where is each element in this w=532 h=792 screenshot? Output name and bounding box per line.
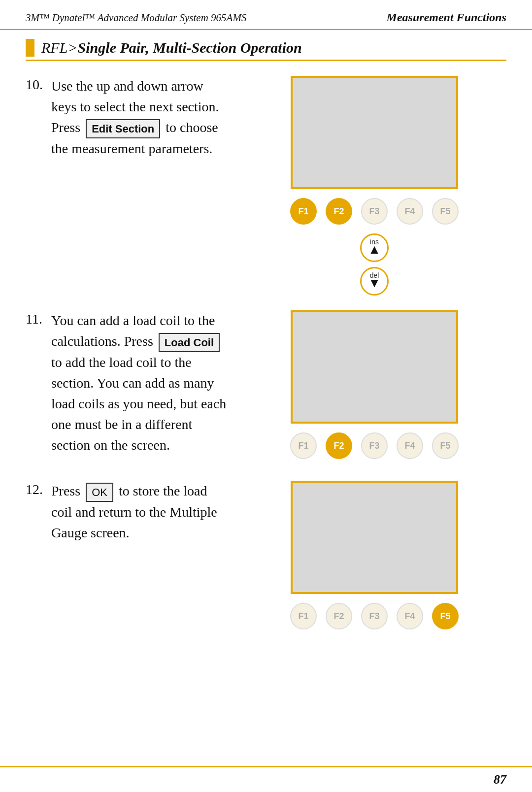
step-11-right: F1 F2 F3 F4 F5 <box>242 310 506 466</box>
ok-button[interactable]: OK <box>86 483 113 502</box>
fn-btn-f5-10: F5 <box>432 198 459 225</box>
section-title: RFL>Single Pair, Multi-Section Operation <box>41 39 302 56</box>
header-section: Measurement Functions <box>387 11 506 24</box>
fn-btn-f5-11: F5 <box>432 432 459 459</box>
section-title-bar <box>26 39 34 57</box>
header-product: 3M™ Dynatel™ Advanced Modular System 965… <box>26 12 246 24</box>
fn-btn-f3-10: F3 <box>361 198 388 225</box>
step-12-number: 12. <box>26 481 51 543</box>
edit-section-button[interactable]: Edit Section <box>86 119 160 138</box>
nav-btn-ins[interactable]: ins ▲ <box>360 233 389 262</box>
step-11-left: 11. You can add a load coil to the calcu… <box>26 310 242 456</box>
step-11-text-after: to add the load coil to the section. You… <box>51 355 226 453</box>
step-12-right: F1 F2 F3 F4 F5 <box>242 481 506 636</box>
fn-btn-f1-12: F1 <box>290 603 317 629</box>
fn-btn-f3-12: F3 <box>361 603 388 629</box>
step-12-row: 12. Press OK to store the load coil and … <box>26 481 231 543</box>
step-12-body: Press OK to store the load coil and retu… <box>51 481 231 543</box>
page-wrapper: 3M™ Dynatel™ Advanced Modular System 965… <box>0 0 532 792</box>
fn-btn-f2-10[interactable]: F2 <box>326 198 352 225</box>
fn-buttons-11: F1 F2 F3 F4 F5 <box>290 432 459 459</box>
fn-btn-f5-12[interactable]: F5 <box>432 603 459 629</box>
main-content: 10. Use the up and down arrow keys to se… <box>0 61 532 636</box>
step-12-block: 12. Press OK to store the load coil and … <box>26 481 506 636</box>
step-10-left: 10. Use the up and down arrow keys to se… <box>26 76 242 159</box>
nav-buttons-10: ins ▲ del ▼ <box>360 233 389 296</box>
step-12-left: 12. Press OK to store the load coil and … <box>26 481 242 543</box>
page-header: 3M™ Dynatel™ Advanced Modular System 965… <box>0 0 532 30</box>
fn-btn-f1-11: F1 <box>290 432 317 459</box>
step-10-right: F1 F2 F3 F4 F5 ins ▲ del ▼ <box>242 76 506 296</box>
fn-buttons-10: F1 F2 F3 F4 F5 <box>290 198 459 225</box>
screen-mockup-12 <box>291 481 458 594</box>
nav-btn-del-label: del <box>370 271 379 279</box>
fn-btn-f4-11: F4 <box>397 432 423 459</box>
step-10-body: Use the up and down arrow keys to select… <box>51 76 231 159</box>
page-footer: 87 <box>0 766 532 792</box>
step-10-block: 10. Use the up and down arrow keys to se… <box>26 76 506 296</box>
step-11-number: 11. <box>26 310 51 456</box>
step-10-number: 10. <box>26 76 51 159</box>
step-11-block: 11. You can add a load coil to the calcu… <box>26 310 506 466</box>
step-10-row: 10. Use the up and down arrow keys to se… <box>26 76 231 159</box>
step-11-row: 11. You can add a load coil to the calcu… <box>26 310 231 456</box>
fn-btn-f1-10[interactable]: F1 <box>290 198 317 225</box>
fn-btn-f3-11: F3 <box>361 432 388 459</box>
step-11-body: You can add a load coil to the calculati… <box>51 310 231 456</box>
section-title-prefix: RFL> <box>41 39 78 56</box>
screen-mockup-10 <box>291 76 458 189</box>
fn-btn-f2-12: F2 <box>326 603 352 629</box>
screen-mockup-11 <box>291 310 458 424</box>
fn-btn-f4-10: F4 <box>397 198 423 225</box>
step-12-text-before: Press <box>51 483 84 498</box>
nav-btn-ins-label: ins <box>370 238 379 246</box>
load-coil-button[interactable]: Load Coil <box>159 333 220 352</box>
section-title-row: RFL>Single Pair, Multi-Section Operation <box>0 30 532 57</box>
fn-btn-f4-12: F4 <box>397 603 423 629</box>
page-number: 87 <box>494 772 506 787</box>
fn-btn-f2-11[interactable]: F2 <box>326 432 352 459</box>
fn-buttons-12: F1 F2 F3 F4 F5 <box>290 603 459 629</box>
nav-btn-del[interactable]: del ▼ <box>360 267 389 296</box>
section-title-text: Single Pair, Multi-Section Operation <box>78 39 302 56</box>
